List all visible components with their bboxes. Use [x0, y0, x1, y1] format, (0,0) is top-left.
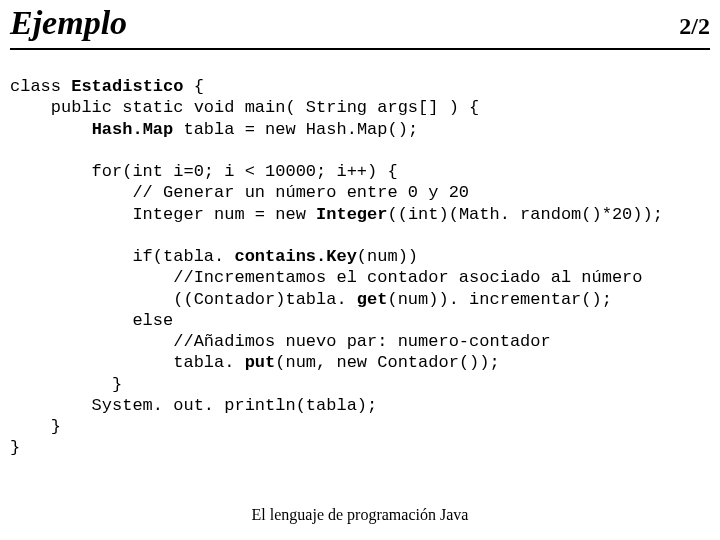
page-indicator: 2/2 — [679, 13, 710, 40]
code-text: { — [183, 77, 203, 96]
code-line: tabla. put(num, new Contador()); — [10, 353, 500, 372]
code-line: for(int i=0; i < 10000; i++) { — [10, 162, 398, 181]
code-line: Hash.Map tabla = new Hash.Map(); — [10, 120, 418, 139]
code-bold: contains.Key — [234, 247, 356, 266]
code-bold: Estadistico — [71, 77, 183, 96]
slide-title: Ejemplo — [10, 4, 127, 42]
code-line: class Estadistico { — [10, 77, 204, 96]
code-bold: get — [357, 290, 388, 309]
code-text: tabla = new Hash.Map(); — [173, 120, 418, 139]
code-text: tabla. — [10, 353, 245, 372]
code-line: } — [10, 438, 20, 457]
slide-header: Ejemplo 2/2 — [10, 0, 710, 50]
code-text: (num, new Contador()); — [275, 353, 499, 372]
code-line: if(tabla. contains.Key(num)) — [10, 247, 418, 266]
code-line: System. out. println(tabla); — [10, 396, 377, 415]
code-text: (num)) — [357, 247, 418, 266]
code-line: } — [10, 417, 61, 436]
code-line: } — [10, 375, 122, 394]
code-line: ((Contador)tabla. get(num)). incrementar… — [10, 290, 612, 309]
slide-footer: El lenguaje de programación Java — [0, 506, 720, 524]
code-text: class — [10, 77, 71, 96]
code-text: ((int)(Math. random()*20)); — [387, 205, 662, 224]
code-text: Integer num = new — [10, 205, 316, 224]
code-bold: put — [245, 353, 276, 372]
slide: Ejemplo 2/2 class Estadistico { public s… — [0, 0, 720, 540]
code-text: ((Contador)tabla. — [10, 290, 357, 309]
code-line: Integer num = new Integer((int)(Math. ra… — [10, 205, 663, 224]
code-text — [10, 120, 92, 139]
code-block: class Estadistico { public static void m… — [10, 50, 710, 459]
code-line: else — [10, 311, 173, 330]
code-line: // Generar un número entre 0 y 20 — [10, 183, 469, 202]
code-text: if(tabla. — [10, 247, 234, 266]
code-bold: Hash.Map — [92, 120, 174, 139]
code-line: //Añadimos nuevo par: numero-contador — [10, 332, 551, 351]
code-line: //Incrementamos el contador asociado al … — [10, 268, 643, 287]
code-line: public static void main( String args[] )… — [10, 98, 479, 117]
code-text: (num)). incrementar(); — [387, 290, 611, 309]
code-bold: Integer — [316, 205, 387, 224]
